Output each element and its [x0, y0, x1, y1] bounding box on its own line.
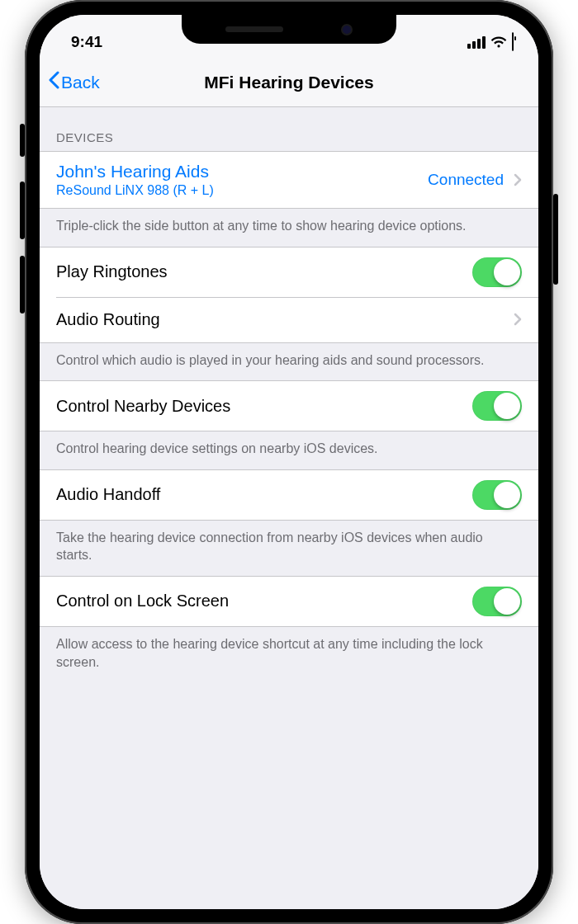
chevron-right-icon: [514, 313, 522, 326]
devices-section-footer: Triple-click the side button at any time…: [40, 209, 538, 247]
control-nearby-label: Control Nearby Devices: [56, 397, 230, 416]
speaker-grille: [225, 26, 283, 32]
side-button: [553, 194, 558, 285]
settings-content[interactable]: Devices John's Hearing Aids ReSound LiNX…: [40, 107, 538, 909]
control-lock-footer: Allow access to the hearing device short…: [40, 627, 538, 682]
audio-routing-row[interactable]: Audio Routing: [40, 297, 538, 342]
device-detail: ReSound LiNX 988 (R + L): [56, 183, 214, 198]
control-nearby-row: Control Nearby Devices: [40, 381, 538, 431]
chevron-right-icon: [514, 173, 522, 186]
control-lock-row: Control on Lock Screen: [40, 577, 538, 626]
nav-bar: Back MFi Hearing Devices: [40, 58, 538, 107]
wifi-icon: [490, 36, 507, 49]
front-camera: [341, 24, 353, 35]
audio-routing-footer: Control which audio is played in your he…: [40, 343, 538, 381]
back-button[interactable]: Back: [48, 71, 100, 93]
mute-switch: [20, 124, 25, 157]
battery-icon: [512, 33, 514, 51]
audio-handoff-label: Audio Handoff: [56, 485, 160, 504]
control-lock-label: Control on Lock Screen: [56, 592, 229, 610]
volume-down-button: [20, 256, 25, 314]
device-name: John's Hearing Aids: [56, 162, 214, 182]
screen: 9:41 Back MFi Hearing Devi: [40, 15, 538, 909]
devices-section-header: Devices: [40, 107, 538, 151]
audio-routing-label: Audio Routing: [56, 310, 160, 329]
phone-frame: 9:41 Back MFi Hearing Devi: [25, 0, 553, 924]
cellular-signal-icon: [467, 36, 486, 49]
audio-handoff-footer: Take the hearing device connection from …: [40, 521, 538, 576]
control-nearby-footer: Control hearing device settings on nearb…: [40, 431, 538, 469]
back-label: Back: [61, 73, 100, 92]
device-status: Connected: [428, 171, 504, 189]
page-title: MFi Hearing Devices: [40, 73, 538, 92]
status-time: 9:41: [71, 33, 102, 51]
control-lock-toggle[interactable]: [472, 587, 522, 616]
control-nearby-toggle[interactable]: [472, 391, 522, 421]
chevron-left-icon: [48, 71, 59, 93]
audio-handoff-row: Audio Handoff: [40, 470, 538, 520]
audio-handoff-toggle[interactable]: [472, 480, 522, 510]
play-ringtones-row: Play Ringtones: [40, 248, 538, 297]
play-ringtones-toggle[interactable]: [472, 257, 522, 287]
notch: [182, 15, 396, 44]
play-ringtones-label: Play Ringtones: [56, 262, 168, 281]
hearing-device-row[interactable]: John's Hearing Aids ReSound LiNX 988 (R …: [40, 152, 538, 208]
volume-up-button: [20, 182, 25, 239]
